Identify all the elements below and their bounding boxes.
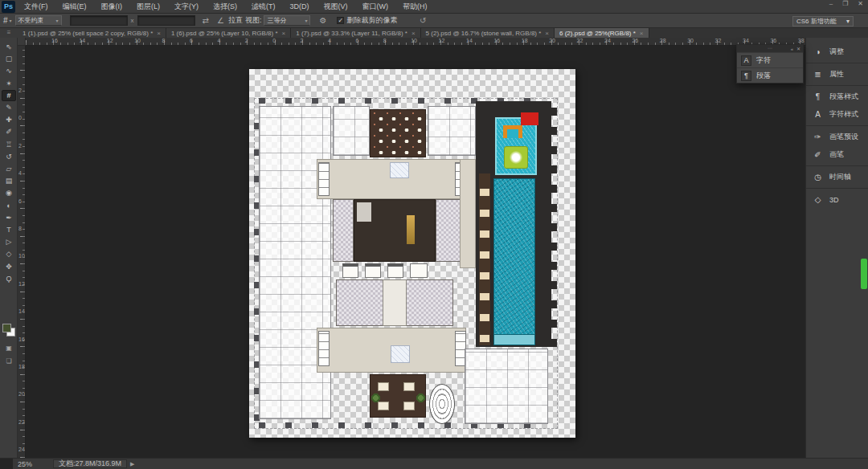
tab-close-icon[interactable]: × bbox=[545, 30, 549, 37]
clone-stamp-tool[interactable]: ♖ bbox=[2, 139, 16, 150]
chevron-down-icon: ▾ bbox=[56, 18, 59, 23]
menu-item[interactable]: 选择(S) bbox=[206, 0, 244, 14]
floorplan-plant bbox=[416, 394, 425, 402]
dock-button-adjustments[interactable]: ◑ 调整 bbox=[806, 43, 868, 60]
tab-close-icon[interactable]: × bbox=[157, 30, 161, 37]
overlay-view-select[interactable]: 三等分 ▾ bbox=[264, 15, 310, 26]
tab-area-icon[interactable]: ≡ bbox=[0, 28, 18, 38]
menu-item[interactable]: 图层(L) bbox=[129, 0, 167, 14]
lasso-tool[interactable]: ∿ bbox=[2, 65, 16, 76]
shape-tool[interactable]: ◇ bbox=[2, 248, 16, 259]
dock-button-paragraph-styles[interactable]: ¶ 段落样式 bbox=[806, 85, 868, 105]
dock-button-brush[interactable]: ✐ 画笔 bbox=[806, 145, 868, 163]
document-size-info: 文档:27.8M/316.9M bbox=[53, 459, 127, 468]
floorplan-top-middle-rooms bbox=[333, 106, 370, 156]
horizontal-ruler[interactable]: 1614121086420246810121416182022242628303… bbox=[26, 38, 805, 46]
dock-button-properties[interactable]: ≣ 属性 bbox=[806, 63, 868, 83]
ruler-number: 4 bbox=[328, 38, 331, 43]
ruler-number: 22 bbox=[18, 419, 25, 425]
workspace-switcher[interactable]: CS6 新增功能 ▾ bbox=[792, 16, 854, 27]
close-icon[interactable]: ✕ bbox=[858, 0, 863, 7]
document-tab[interactable]: 1 (7).psd @ 33.3% (Layer 11, RGB/8) * × bbox=[291, 28, 420, 38]
zoom-level-field[interactable]: 25% bbox=[18, 460, 32, 468]
chevron-down-icon: ▾ bbox=[846, 18, 850, 25]
restore-icon[interactable]: ❐ bbox=[842, 0, 848, 7]
rectangular-marquee-tool[interactable]: ▢ bbox=[2, 53, 16, 64]
crop-tool-icon[interactable]: # bbox=[3, 16, 8, 25]
character-panel-button[interactable]: A 字符 bbox=[737, 52, 803, 67]
menu-item[interactable]: 文件(F) bbox=[17, 0, 55, 14]
dodge-tool[interactable]: ◐ bbox=[2, 200, 16, 211]
straighten-label[interactable]: 拉直 bbox=[228, 15, 243, 26]
dock-button-timeline[interactable]: ◷ 时间轴 bbox=[806, 165, 868, 186]
ruler-number: 32 bbox=[715, 38, 722, 43]
zoom-tool[interactable]: Ϙ bbox=[2, 273, 16, 284]
crop-height-input[interactable] bbox=[137, 15, 195, 26]
color-swatches[interactable] bbox=[2, 324, 15, 336]
straighten-icon[interactable]: ∠ bbox=[217, 16, 224, 25]
eyedropper-tool[interactable]: ✎ bbox=[2, 102, 16, 113]
menu-item[interactable]: 帮助(H) bbox=[395, 0, 435, 14]
quick-mask-button[interactable]: ▣ bbox=[2, 345, 16, 354]
ruler-number: 24 bbox=[18, 447, 25, 452]
tool-preset-arrow-icon[interactable]: ▾ bbox=[10, 18, 12, 23]
gear-icon[interactable]: ⚙ bbox=[319, 16, 326, 25]
document-tab[interactable]: 6 (2).psd @ 25%(RGB/8) * × bbox=[555, 28, 649, 38]
panel-rows: A 字符 ¶ 段落 bbox=[737, 52, 803, 83]
tab-close-icon[interactable]: × bbox=[640, 30, 644, 37]
ruler-number: 8 bbox=[162, 38, 166, 43]
tab-close-icon[interactable]: × bbox=[282, 30, 286, 37]
dock-button-3d[interactable]: ◇ 3D bbox=[806, 188, 868, 208]
crop-ratio-select[interactable]: 不受约束 ▾ bbox=[15, 15, 62, 26]
screen-mode-button[interactable]: ❏ bbox=[2, 357, 16, 367]
pen-tool[interactable]: ✒ bbox=[2, 212, 16, 223]
document-tab[interactable]: 1 (6).psd @ 25% (Layer 10, RGB/8) * × bbox=[166, 28, 291, 38]
reset-icon[interactable]: ↺ bbox=[420, 16, 426, 25]
hand-tool[interactable]: ✥ bbox=[2, 261, 16, 272]
foreground-color-swatch[interactable] bbox=[2, 324, 11, 332]
menu-item[interactable]: 滤镜(T) bbox=[244, 0, 283, 14]
dock-button-brush-presets[interactable]: ✑ 画笔预设 bbox=[806, 125, 868, 145]
menu-item[interactable]: 文字(Y) bbox=[167, 0, 206, 14]
status-bar: 25% 文档:27.8M/316.9M ▶ bbox=[0, 458, 868, 469]
menu-item[interactable]: 窗口(W) bbox=[355, 0, 396, 14]
menu-item[interactable]: 编辑(E) bbox=[55, 0, 94, 14]
quick-selection-tool[interactable]: ✶ bbox=[2, 78, 16, 89]
close-panel-icon[interactable]: ✕ bbox=[796, 46, 800, 51]
ruler-number: 16 bbox=[18, 336, 25, 342]
panel-grip: ⋯ bbox=[768, 45, 772, 51]
dock-button-character-styles[interactable]: A 字符样式 bbox=[806, 105, 868, 123]
menu-item[interactable]: 视图(V) bbox=[317, 0, 355, 14]
status-expander-icon[interactable]: ▶ bbox=[130, 461, 134, 467]
crop-width-input[interactable] bbox=[70, 15, 128, 26]
floorplan-plant bbox=[371, 394, 380, 402]
ruler-number: 4 bbox=[18, 170, 22, 176]
gradient-tool[interactable]: ▤ bbox=[2, 175, 16, 186]
history-brush-tool[interactable]: ↺ bbox=[2, 151, 16, 162]
delete-cropped-pixels-checkbox[interactable]: ✓ bbox=[337, 17, 344, 24]
path-selection-tool[interactable]: ▷ bbox=[2, 236, 16, 247]
menu-item[interactable]: 图像(I) bbox=[94, 0, 130, 14]
tab-close-icon[interactable]: × bbox=[411, 30, 416, 37]
brush-tool[interactable]: ✐ bbox=[2, 126, 16, 137]
menu-item[interactable]: 3D(D) bbox=[283, 0, 317, 14]
ruler-number: 0 bbox=[272, 38, 276, 43]
document-canvas[interactable] bbox=[249, 69, 575, 438]
floorplan-spiral-stair bbox=[429, 384, 455, 424]
type-tool[interactable]: T bbox=[2, 224, 16, 235]
vertical-ruler[interactable]: 20246810121416182022242628 bbox=[18, 46, 26, 458]
crop-tool[interactable]: # bbox=[2, 90, 16, 101]
healing-brush-tool[interactable]: ✚ bbox=[2, 114, 16, 125]
minimize-icon[interactable]: – bbox=[829, 0, 833, 7]
swap-dimensions-icon[interactable]: ⇄ bbox=[203, 16, 209, 25]
eraser-tool[interactable]: ▱ bbox=[2, 163, 16, 174]
move-tool[interactable]: ⇖ bbox=[2, 41, 16, 52]
panel-header[interactable]: ⋯ « ✕ bbox=[737, 45, 803, 52]
document-tab[interactable]: 1 (1).psd @ 25% (sell space 2 copy, RGB/… bbox=[18, 28, 166, 38]
blur-tool[interactable]: ◉ bbox=[2, 187, 16, 198]
ruler-number: 6 bbox=[190, 38, 193, 43]
ruler-number: 10 bbox=[411, 38, 417, 43]
document-tab[interactable]: 5 (2).psd @ 16.7% (stone wall, RGB/8) * … bbox=[421, 28, 555, 38]
paragraph-panel-button[interactable]: ¶ 段落 bbox=[737, 67, 803, 83]
collapse-panel-icon[interactable]: « bbox=[791, 47, 793, 51]
